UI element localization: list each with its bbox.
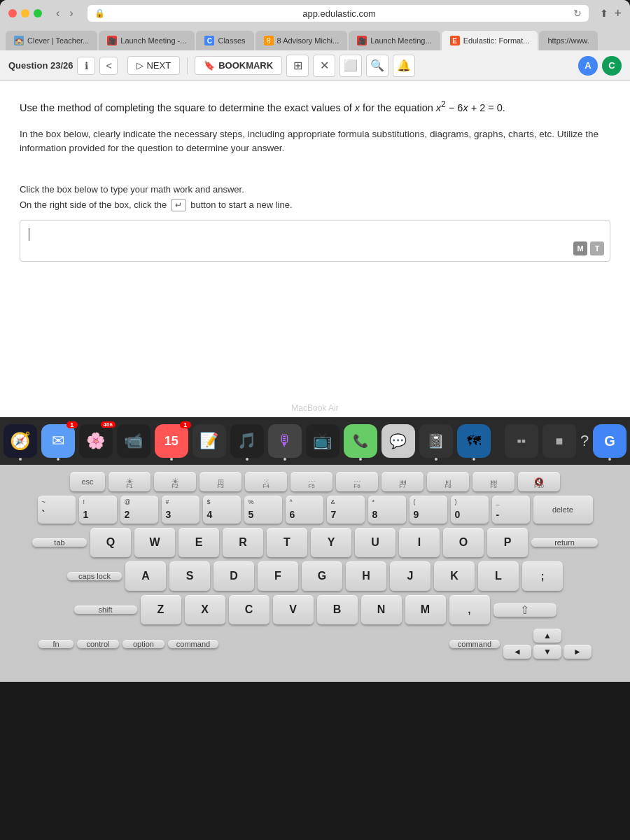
- dock-icon-safari[interactable]: 🧭: [4, 424, 37, 458]
- key-f1[interactable]: ☀ F1: [108, 472, 150, 491]
- key-f10[interactable]: 🔇 F10: [518, 472, 560, 491]
- key-d[interactable]: D: [214, 561, 254, 591]
- tab-advisory[interactable]: 8 8 Advisory Michi...: [255, 31, 348, 50]
- key-f3[interactable]: ⊞ F3: [200, 472, 241, 491]
- key-m[interactable]: M: [405, 595, 446, 624]
- key-esc[interactable]: esc: [70, 472, 105, 491]
- key-v[interactable]: V: [273, 595, 314, 624]
- key-w[interactable]: W: [134, 528, 175, 557]
- key-y[interactable]: Y: [311, 528, 351, 557]
- key-delete[interactable]: delete: [533, 496, 593, 524]
- dock-icon-podcasts[interactable]: 🎙: [268, 424, 302, 458]
- key-up[interactable]: ▲: [533, 629, 561, 643]
- bookmark-button[interactable]: 🔖 BOOKMARK: [195, 56, 282, 75]
- prev-button[interactable]: <: [99, 57, 118, 75]
- refresh-icon[interactable]: ↻: [573, 8, 582, 19]
- tab-https[interactable]: https://www.: [539, 31, 597, 50]
- back-button[interactable]: ‹: [53, 6, 62, 21]
- formula-button[interactable]: ⬜: [340, 55, 362, 77]
- key-3[interactable]: #3: [162, 496, 200, 524]
- key-f4[interactable]: ⁙ F4: [245, 472, 287, 491]
- info-button[interactable]: ℹ: [77, 57, 95, 75]
- key-8[interactable]: *8: [368, 496, 406, 524]
- key-f9[interactable]: ⏭ F9: [472, 472, 514, 491]
- key-c[interactable]: C: [229, 595, 270, 624]
- key-j[interactable]: J: [390, 561, 430, 591]
- key-backtick[interactable]: ~`: [38, 496, 76, 524]
- dock-question-icon[interactable]: ?: [580, 432, 589, 450]
- key-left[interactable]: ◄: [503, 645, 531, 659]
- key-z[interactable]: Z: [141, 595, 181, 624]
- close-x-button[interactable]: ✕: [313, 55, 335, 77]
- key-p[interactable]: P: [487, 528, 528, 557]
- key-o[interactable]: O: [443, 528, 484, 557]
- key-cmd-left[interactable]: command: [168, 640, 218, 648]
- dock-icon-appletv[interactable]: 📺: [306, 424, 340, 458]
- key-comma[interactable]: ,: [449, 595, 490, 624]
- close-button[interactable]: [8, 9, 17, 18]
- search-button[interactable]: 🔍: [366, 55, 388, 77]
- dock-icon-music[interactable]: 🎵: [230, 424, 264, 458]
- key-n[interactable]: N: [361, 595, 402, 624]
- maximize-button[interactable]: [34, 9, 42, 18]
- minimize-button[interactable]: [21, 9, 29, 18]
- user-avatar[interactable]: A: [578, 56, 598, 76]
- grid-button[interactable]: ⊞: [286, 55, 309, 77]
- key-5[interactable]: %5: [244, 496, 282, 524]
- key-0[interactable]: )0: [451, 496, 489, 524]
- key-tab[interactable]: tab: [32, 538, 87, 547]
- key-9[interactable]: (9: [410, 496, 447, 524]
- key-fn[interactable]: fn: [38, 640, 74, 648]
- alert-button[interactable]: 🔔: [393, 55, 415, 77]
- key-shift-left[interactable]: shift: [74, 606, 137, 614]
- share-icon[interactable]: ⬆: [600, 8, 608, 19]
- key-ctrl[interactable]: control: [77, 640, 119, 648]
- key-u[interactable]: U: [355, 528, 396, 557]
- dock-icon-reminders[interactable]: 📝: [192, 424, 226, 458]
- key-h[interactable]: H: [346, 561, 386, 591]
- tab-classes[interactable]: C Classes: [196, 31, 253, 50]
- tab-clever[interactable]: 🏫 Clever | Teacher...: [6, 31, 97, 50]
- tab-edulastic[interactable]: E Edulastic: Format...: [442, 31, 538, 50]
- key-i[interactable]: I: [399, 528, 440, 557]
- key-2[interactable]: @2: [120, 496, 158, 524]
- dock-icon-notes[interactable]: 📓: [419, 424, 453, 458]
- dock-icon-1[interactable]: ▪▪: [505, 424, 538, 458]
- key-k[interactable]: K: [434, 561, 475, 591]
- dock-icon-facetime[interactable]: 📹: [117, 424, 150, 458]
- key-a[interactable]: A: [125, 561, 166, 591]
- dock-icon-messages[interactable]: 💬: [382, 424, 415, 458]
- key-l[interactable]: L: [478, 561, 519, 591]
- tab-launch2[interactable]: 🎥 Launch Meeting...: [349, 31, 440, 50]
- key-f8[interactable]: ⏯ F8: [427, 472, 469, 491]
- key-minus[interactable]: _-: [492, 496, 530, 524]
- key-cmd-right[interactable]: command: [449, 640, 500, 648]
- answer-box[interactable]: M T: [20, 220, 610, 262]
- key-caps-lock[interactable]: caps lock: [67, 572, 122, 580]
- key-e[interactable]: E: [178, 528, 219, 557]
- key-7[interactable]: &7: [327, 496, 365, 524]
- forward-button[interactable]: ›: [66, 6, 76, 21]
- key-b[interactable]: B: [317, 595, 358, 624]
- address-bar[interactable]: 🔒 app.edulastic.com ↻: [88, 5, 589, 22]
- key-1[interactable]: !1: [79, 496, 117, 524]
- dock-icon-google[interactable]: G: [593, 424, 626, 458]
- key-6[interactable]: ^6: [286, 496, 323, 524]
- dock-icon-calendar[interactable]: 15 1: [155, 424, 188, 458]
- key-r[interactable]: R: [223, 528, 263, 557]
- key-f2[interactable]: ☀ F2: [154, 472, 196, 491]
- dock-icon-photos[interactable]: 🌸 406: [79, 424, 113, 458]
- add-tab-icon[interactable]: +: [614, 6, 622, 21]
- key-right[interactable]: ►: [564, 645, 592, 659]
- key-q[interactable]: Q: [90, 528, 131, 557]
- user-avatar-2[interactable]: C: [602, 56, 622, 76]
- key-f5[interactable]: ⋯ F5: [290, 472, 332, 491]
- key-t[interactable]: T: [267, 528, 307, 557]
- key-4[interactable]: $4: [203, 496, 241, 524]
- key-g[interactable]: G: [302, 561, 342, 591]
- key-shift-right[interactable]: ⇧: [493, 603, 556, 617]
- key-semicolon[interactable]: ;: [522, 561, 563, 591]
- dock-icon-2[interactable]: ■: [542, 424, 576, 458]
- key-f[interactable]: F: [258, 561, 298, 591]
- dock-icon-maps[interactable]: 🗺: [457, 424, 491, 458]
